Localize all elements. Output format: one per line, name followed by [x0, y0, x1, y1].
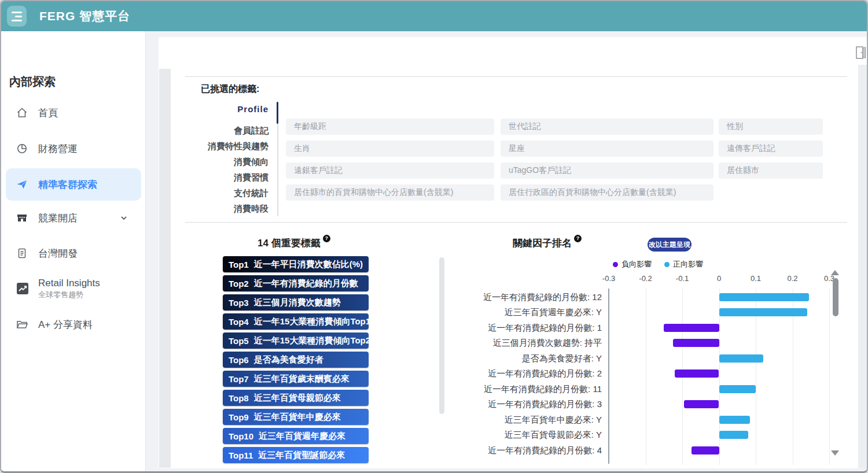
bar-label: 近一年有消費紀錄的月份數: 1: [458, 323, 602, 334]
selected-tag-chip[interactable]: 居住縣市的百貨和購物中心分店數量(含競業): [286, 184, 494, 201]
top-list-scrollbar[interactable]: [439, 257, 444, 414]
hamburger-menu-icon[interactable]: [7, 6, 27, 27]
chart-title: 關鍵因子排名: [513, 236, 572, 250]
selected-tag-chip[interactable]: 世代註記: [501, 119, 713, 135]
selected-tag-chip[interactable]: 遠銀客戶註記: [286, 162, 494, 179]
info-icon[interactable]: ?: [574, 235, 582, 242]
top-tag-top8[interactable]: Top8近三年百貨母親節必來: [223, 390, 369, 406]
sidebar-item-sublabel: 全球零售趨勢: [38, 290, 100, 300]
inner-left-scroll-track[interactable]: [159, 69, 171, 468]
scroll-up-arrow-icon[interactable]: [831, 270, 839, 275]
top-tag-label: 近三年百貨年中慶必來: [254, 412, 341, 423]
bar-negative: [673, 339, 719, 347]
selected-tag-chip[interactable]: 居住縣市: [719, 162, 823, 179]
top-tag-rank: Top2: [229, 279, 249, 289]
tag-category-3[interactable]: 消費特性與趨勢: [193, 141, 269, 152]
sidebar-item-6[interactable]: Retail Insights全球零售趨勢: [6, 273, 141, 304]
bar-label: 是否為美食愛好者: Y: [458, 353, 602, 364]
bar-positive: [719, 385, 756, 393]
top-tag-top5[interactable]: Top5近一年15大業種消費傾向Top2: [223, 332, 369, 349]
bar-positive: [719, 416, 751, 424]
bar-negative: [675, 369, 719, 378]
top-tag-top11[interactable]: Top11近三年百貨聖誕節必來: [223, 447, 369, 463]
top-tag-label: 近三年百貨歲末酬賓必來: [254, 374, 350, 385]
tag-category-7[interactable]: 消費時段: [193, 204, 269, 215]
bar-negative: [664, 324, 719, 332]
top-tag-top1[interactable]: Top1近一年平日消費次數佔比(%): [223, 256, 369, 272]
top-tag-rank: Top5: [229, 336, 249, 346]
tag-category-1[interactable]: Profile: [193, 104, 269, 114]
sidebar-item-2[interactable]: 財務營運: [6, 137, 141, 160]
top-tag-rank: Top3: [229, 298, 249, 308]
top-tag-label: 近三年百貨母親節必來: [254, 393, 341, 404]
sidebar-item-7[interactable]: A+ 分享資料: [6, 313, 141, 336]
divider: [185, 76, 847, 77]
selected-tag-chip[interactable]: 生肖: [286, 141, 494, 157]
legend-item: 負向影響: [613, 259, 652, 269]
chart-scrollbar-thumb[interactable]: [833, 278, 838, 316]
door-exit-icon[interactable]: [855, 46, 867, 60]
selected-tag-chip[interactable]: uTagGO客戶註記: [501, 162, 713, 179]
selected-tag-chip[interactable]: 居住行政區的百貨和購物中心分店數量(含競業): [501, 184, 713, 201]
divider: [185, 222, 847, 223]
scroll-down-arrow-icon[interactable]: [831, 450, 839, 456]
top-tag-top3[interactable]: Top3近三個月消費次數趨勢: [223, 294, 369, 311]
sidebar-item-label: Retail Insights全球零售趨勢: [38, 278, 100, 300]
sidebar-item-label: 首頁: [38, 106, 58, 120]
selected-tag-chip[interactable]: 年齡級距: [286, 119, 494, 135]
top-tag-top10[interactable]: Top10近三年百貨週年慶必來: [223, 428, 369, 444]
top-tag-label: 是否為美食愛好者: [254, 354, 323, 365]
legend-item: 正向影響: [664, 259, 703, 269]
gridline: [829, 289, 830, 465]
bar-label: 近一年有消費紀錄的月份數: 11: [458, 384, 602, 395]
bar-label: 近一年有消費紀錄的月份數: 2: [458, 368, 602, 379]
bar-positive: [719, 431, 749, 439]
sidebar-item-4[interactable]: 競業開店: [6, 206, 141, 230]
folder-icon: [16, 318, 29, 331]
selected-tags-title: 已挑選的標籤:: [201, 83, 259, 95]
bar-label: 近一年有消費紀錄的月份數: 4: [458, 445, 602, 456]
bar-positive: [719, 293, 810, 301]
selected-tag-chip[interactable]: 遠傳客戶註記: [719, 141, 823, 157]
top-tag-top2[interactable]: Top2近一年有消費紀錄的月份數: [223, 275, 369, 291]
legend-dot-icon: [613, 262, 618, 267]
top-tag-rank: Top9: [229, 412, 249, 422]
tag-category-4[interactable]: 消費傾向: [193, 157, 269, 168]
top-tag-top7[interactable]: Top7近三年百貨歲末酬賓必來: [223, 371, 369, 387]
selected-tag-chip[interactable]: 性別: [719, 119, 823, 135]
x-tick-label: 0.1: [741, 274, 770, 283]
selected-tag-chip[interactable]: 星座: [501, 141, 713, 157]
tag-category-6[interactable]: 支付統計: [193, 188, 269, 199]
tag-category-5[interactable]: 消費習慣: [193, 172, 269, 183]
x-tick-label: -0.2: [631, 274, 660, 283]
tag-category-2[interactable]: 會員註記: [193, 125, 269, 136]
legend-dot-icon: [664, 262, 670, 267]
top-tag-rank: Top7: [229, 374, 249, 384]
sidebar-item-3[interactable]: 精準客群探索: [6, 168, 141, 201]
sidebar-item-label: A+ 分享資料: [38, 318, 93, 331]
info-icon[interactable]: ?: [323, 235, 330, 242]
top-tag-top4[interactable]: Top4近一年15大業種消費傾向Top1: [223, 313, 369, 330]
chevron-down-icon[interactable]: [119, 213, 128, 223]
home-icon: [16, 106, 29, 119]
bar-positive: [719, 308, 807, 316]
top-tag-rank: Top1: [229, 260, 249, 269]
top-tag-label: 近三年百貨聖誕節必來: [258, 450, 345, 461]
paper-plane-icon: [16, 178, 29, 191]
top-tag-label: 近三個月消費次數趨勢: [254, 297, 341, 308]
x-tick-label: -0.1: [668, 274, 697, 283]
chart-title-row: 關鍵因子排名 ?: [513, 236, 582, 250]
sidebar-item-label: 台灣開發: [38, 247, 78, 260]
bar-label: 近三年百貨週年慶必來: Y: [458, 307, 602, 318]
sidebar-item-5[interactable]: 台灣開發: [6, 242, 141, 265]
top-tag-rank: Top4: [229, 317, 249, 327]
sidebar-item-1[interactable]: 首頁: [6, 101, 141, 124]
top-tag-rank: Top6: [229, 355, 249, 365]
sidebar-item-label: 競業開店: [38, 212, 78, 225]
page-scrollbar-track[interactable]: [858, 65, 867, 468]
top-tag-top9[interactable]: Top9近三年百貨年中慶必來: [223, 409, 369, 425]
top-tag-label: 近一年15大業種消費傾向Top1: [254, 316, 370, 327]
switch-theme-view-button[interactable]: 改以主題呈現: [648, 238, 692, 252]
sidebar-item-label: 財務營運: [38, 142, 78, 156]
top-tag-top6[interactable]: Top6是否為美食愛好者: [223, 352, 369, 368]
